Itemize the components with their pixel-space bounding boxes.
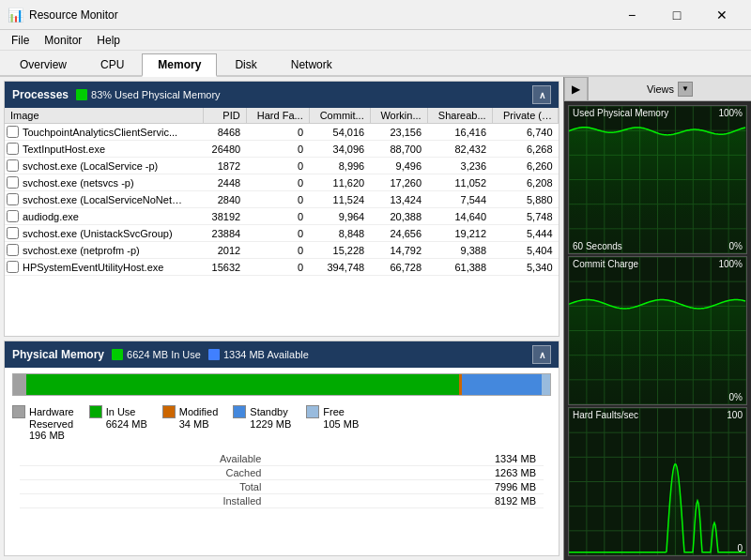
- legend-hardware-reserved: Hardware Reserved 196 MB: [12, 405, 74, 441]
- process-checkbox[interactable]: [7, 210, 19, 222]
- tab-overview[interactable]: Overview: [4, 53, 83, 75]
- cell-working: 23,600: [370, 276, 427, 278]
- cell-commit: 9,964: [309, 208, 370, 225]
- tab-cpu[interactable]: CPU: [84, 53, 140, 75]
- process-checkbox[interactable]: [7, 143, 19, 155]
- processes-collapse[interactable]: ∧: [532, 85, 551, 104]
- process-checkbox[interactable]: [7, 126, 19, 138]
- stat-value-installed: 8192 MB: [268, 494, 544, 508]
- chart1-top-pct: 100%: [718, 108, 743, 118]
- close-button[interactable]: ✕: [700, 0, 743, 30]
- menu-help[interactable]: Help: [89, 32, 128, 49]
- cell-hf: 4: [246, 276, 309, 278]
- views-label: Views: [647, 83, 674, 95]
- legend-label-modified: Modified: [179, 406, 219, 417]
- legend-box-blue: [233, 405, 246, 418]
- process-checkbox[interactable]: [7, 261, 19, 273]
- legend-value-standby: 1229 MB: [233, 418, 291, 430]
- table-row: SysInfoAgent... 26123 4 10,488 23,600 10…: [5, 276, 559, 278]
- views-button[interactable]: Views ▼: [589, 77, 751, 100]
- col-shareable[interactable]: Shareab...: [427, 108, 492, 124]
- chart2-canvas: [569, 257, 746, 404]
- col-image[interactable]: Image: [5, 108, 203, 124]
- legend-label-standby: Standby: [250, 406, 287, 417]
- menu-monitor[interactable]: Monitor: [37, 32, 89, 49]
- chart3-top-pct: 100: [727, 410, 743, 420]
- cell-commit: 394,748: [309, 259, 370, 276]
- stat-value-cached: 1263 MB: [268, 466, 544, 480]
- chart3-label: Hard Faults/sec: [573, 410, 638, 420]
- process-checkbox[interactable]: [7, 244, 19, 256]
- cell-shareable: 19,212: [427, 225, 492, 242]
- cell-pid: 26123: [203, 276, 246, 278]
- tab-memory[interactable]: Memory: [142, 53, 217, 77]
- chart-physical-memory: Used Physical Memory 100% 60 Seconds 0%: [568, 105, 747, 254]
- main-content: Processes 83% Used Physical Memory ∧ Ima…: [0, 77, 751, 560]
- processes-badge-text: 83% Used Physical Memory: [91, 89, 221, 100]
- available-text: 1334 MB Available: [223, 349, 309, 360]
- processes-header: Processes 83% Used Physical Memory ∧: [5, 82, 559, 108]
- table-row: svchost.exe (LocalService -p) 1872 0 8,9…: [5, 158, 559, 174]
- cell-shareable: 16,416: [427, 124, 492, 141]
- chart2-top-pct: 100%: [718, 259, 743, 269]
- legend-value-modified: 34 MB: [162, 418, 209, 430]
- cell-image: svchost.exe (LocalServiceNoNet…: [5, 191, 203, 208]
- cell-image: TouchpointAnalyticsClientServic...: [5, 124, 203, 141]
- menu-file[interactable]: File: [4, 32, 37, 49]
- process-checkbox[interactable]: [7, 176, 19, 189]
- cell-image: svchost.exe (UnistackSvcGroup): [5, 225, 203, 242]
- cell-image: SysInfoAgent...: [5, 276, 203, 278]
- legend-box-orange: [162, 405, 176, 418]
- cell-commit: 8,848: [309, 225, 370, 242]
- cell-working: 17,260: [370, 174, 427, 191]
- chart1-bottom-pct: 0%: [729, 241, 743, 251]
- col-working[interactable]: Workin...: [370, 108, 427, 124]
- cell-private: 5,748: [492, 208, 558, 225]
- tab-bar: Overview CPU Memory Disk Network: [0, 51, 751, 77]
- cell-shareable: 3,236: [427, 158, 492, 174]
- col-hf[interactable]: Hard Fa...: [246, 108, 309, 124]
- cell-shareable: 61,388: [427, 259, 492, 276]
- stat-label-available: Available: [20, 452, 268, 466]
- process-checkbox[interactable]: [7, 227, 19, 239]
- cell-hf: 0: [246, 191, 309, 208]
- col-private[interactable]: Private (…: [492, 108, 558, 124]
- cell-working: 13,424: [370, 191, 427, 208]
- cell-pid: 8468: [203, 124, 246, 141]
- tab-disk[interactable]: Disk: [219, 53, 272, 75]
- expand-button[interactable]: ▶: [564, 77, 589, 101]
- legend-box-lightblue: [306, 405, 319, 418]
- process-checkbox[interactable]: [7, 193, 19, 205]
- table-row: TouchpointAnalyticsClientServic... 8468 …: [5, 124, 559, 141]
- cell-pid: 2448: [203, 174, 246, 191]
- cell-private: 5,880: [492, 191, 558, 208]
- cell-commit: 34,096: [309, 141, 370, 158]
- processes-scroll[interactable]: Image PID Hard Fa... Commit... Workin...…: [5, 108, 559, 277]
- bar-hardware-reserved: [13, 374, 26, 395]
- tab-network[interactable]: Network: [275, 53, 348, 75]
- in-use-text: 6624 MB In Use: [127, 349, 201, 360]
- cell-hf: 0: [246, 208, 309, 225]
- views-dropdown-arrow[interactable]: ▼: [678, 82, 693, 97]
- cell-private: 6,260: [492, 158, 558, 174]
- col-commit[interactable]: Commit...: [309, 108, 370, 124]
- cell-shareable: 10,420: [427, 276, 492, 278]
- chart2-label: Commit Charge: [573, 259, 638, 269]
- cell-pid: 26480: [203, 141, 246, 158]
- process-checkbox[interactable]: [7, 159, 19, 172]
- cell-hf: 0: [246, 158, 309, 174]
- physical-collapse[interactable]: ∧: [532, 345, 551, 364]
- col-pid[interactable]: PID: [203, 108, 246, 124]
- cell-hf: 0: [246, 225, 309, 242]
- physical-badge-inuse: 6624 MB In Use: [112, 349, 201, 360]
- legend-box-gray: [12, 405, 25, 418]
- memory-bar: [12, 373, 551, 396]
- maximize-button[interactable]: □: [655, 0, 698, 30]
- stat-value-total: 7996 MB: [268, 480, 544, 494]
- table-row: audiodg.exe 38192 0 9,964 20,388 14,640 …: [5, 208, 559, 225]
- cell-pid: 15632: [203, 259, 246, 276]
- minimize-button[interactable]: −: [610, 0, 653, 30]
- chart-section: Used Physical Memory 100% 60 Seconds 0% …: [564, 101, 751, 560]
- cell-commit: 10,488: [309, 276, 370, 278]
- legend-box-green: [89, 405, 102, 418]
